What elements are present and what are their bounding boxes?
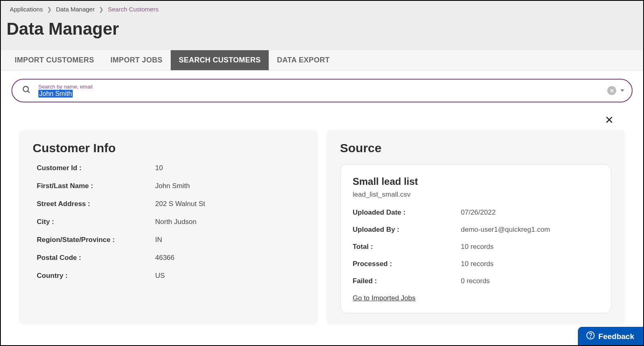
info-value: John Smith	[155, 182, 190, 190]
info-row-street: Street Address : 202 S Walnut St	[37, 200, 304, 208]
source-label: Failed :	[353, 277, 461, 285]
tab-import-jobs[interactable]: IMPORT JOBS	[102, 50, 170, 70]
tab-import-customers[interactable]: IMPORT CUSTOMERS	[7, 50, 102, 70]
help-icon	[586, 331, 595, 342]
go-to-imported-jobs-link[interactable]: Go to Imported Jobs	[353, 294, 416, 302]
info-label: Customer Id :	[37, 164, 155, 172]
source-card: Small lead list lead_list_small.csv Uplo…	[340, 164, 612, 313]
chevron-right-icon: ❯	[99, 6, 104, 13]
source-row-total: Total : 10 records	[353, 243, 599, 251]
source-label: Uploaded By :	[353, 226, 461, 234]
chevron-down-icon[interactable]	[620, 89, 624, 92]
close-icon[interactable]: ✕	[7, 106, 637, 130]
info-label: First/Last Name :	[37, 182, 155, 190]
info-label: Postal Code :	[37, 254, 155, 262]
breadcrumb: Applications ❯ Data Manager ❯ Search Cus…	[1, 1, 643, 16]
source-value: demo-user1@quickreg1.com	[461, 226, 550, 234]
search-icon	[22, 85, 31, 96]
feedback-label: Feedback	[598, 332, 634, 341]
info-value: North Judson	[155, 218, 196, 226]
tabs: IMPORT CUSTOMERS IMPORT JOBS SEARCH CUST…	[1, 50, 643, 71]
info-label: Region/State/Province :	[37, 236, 155, 244]
source-row-uploaded-date: Uploaded Date : 07/26/2022	[353, 208, 599, 217]
source-value: 0 records	[461, 277, 490, 285]
info-row-region: Region/State/Province : IN	[37, 236, 304, 244]
source-row-uploaded-by: Uploaded By : demo-user1@quickreg1.com	[353, 226, 599, 234]
info-value: 46366	[155, 254, 174, 262]
info-value: IN	[155, 236, 162, 244]
svg-point-3	[591, 337, 591, 337]
breadcrumb-item-data-manager[interactable]: Data Manager	[56, 6, 95, 13]
info-label: City :	[37, 218, 155, 226]
source-title: Small lead list	[353, 176, 599, 187]
svg-point-0	[23, 86, 29, 92]
source-value: 10 records	[461, 243, 494, 251]
info-value: 10	[155, 164, 163, 172]
source-filename: lead_list_small.csv	[353, 191, 599, 199]
page-title: Data Manager	[1, 16, 643, 50]
feedback-button[interactable]: Feedback	[578, 327, 643, 345]
info-row-name: First/Last Name : John Smith	[37, 182, 304, 190]
info-row-postal: Postal Code : 46366	[37, 254, 304, 262]
search-bar[interactable]: Search by name, email John Smith ✕	[11, 79, 633, 102]
info-value: US	[155, 272, 165, 280]
search-input[interactable]: John Smith	[38, 90, 120, 98]
tab-search-customers[interactable]: SEARCH CUSTOMERS	[171, 50, 269, 70]
svg-line-1	[28, 91, 30, 93]
info-row-customer-id: Customer Id : 10	[37, 164, 304, 172]
chevron-right-icon: ❯	[47, 6, 52, 13]
source-value: 07/26/2022	[461, 208, 496, 217]
source-row-processed: Processed : 10 records	[353, 260, 599, 268]
info-row-country: Country : US	[37, 272, 304, 280]
source-heading: Source	[340, 141, 612, 155]
source-panel: Source Small lead list lead_list_small.c…	[326, 130, 626, 325]
info-label: Country :	[37, 272, 155, 280]
info-label: Street Address :	[37, 200, 155, 208]
source-value: 10 records	[461, 260, 494, 268]
breadcrumb-item-search-customers[interactable]: Search Customers	[108, 6, 158, 13]
source-label: Processed :	[353, 260, 461, 268]
source-label: Uploaded Date :	[353, 208, 461, 217]
info-row-city: City : North Judson	[37, 218, 304, 226]
source-label: Total :	[353, 243, 461, 251]
customer-info-heading: Customer Info	[33, 141, 304, 155]
search-input-label: Search by name, email	[38, 84, 607, 89]
breadcrumb-item-applications[interactable]: Applications	[10, 6, 43, 13]
tab-data-export[interactable]: DATA EXPORT	[269, 50, 338, 70]
info-value: 202 S Walnut St	[155, 200, 205, 208]
source-row-failed: Failed : 0 records	[353, 277, 599, 285]
clear-search-icon[interactable]: ✕	[607, 86, 616, 95]
customer-info-panel: Customer Info Customer Id : 10 First/Las…	[19, 130, 318, 325]
